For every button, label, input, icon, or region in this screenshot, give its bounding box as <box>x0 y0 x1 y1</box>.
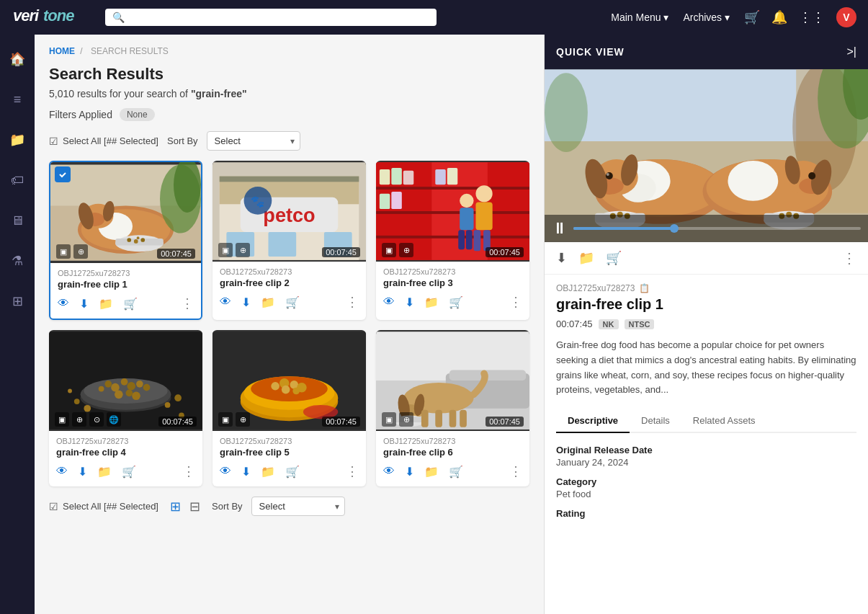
eye-icon[interactable]: 👁 <box>56 465 68 478</box>
bottom-sort-select[interactable]: Select Relevance Date Title <box>251 497 345 516</box>
more-icon[interactable]: ⋮ <box>509 463 522 479</box>
main-menu-button[interactable]: Main Menu ▾ <box>611 12 668 23</box>
sidebar-item-filter[interactable]: ≡ <box>4 86 30 112</box>
qv-clip-title: grain-free clip 1 <box>556 296 856 313</box>
more-icon[interactable]: ⋮ <box>509 294 522 310</box>
folder-icon[interactable]: 📁 <box>261 465 275 479</box>
user-avatar[interactable]: V <box>836 7 856 27</box>
bell-icon[interactable]: 🔔 <box>771 9 787 25</box>
qv-tabs: Descriptive Details Related Assets <box>556 409 856 433</box>
eye-icon[interactable]: 👁 <box>383 465 395 478</box>
download-icon[interactable]: ⬇ <box>241 465 251 479</box>
qv-cart-icon[interactable]: 🛒 <box>606 250 622 266</box>
download-icon[interactable]: ⬇ <box>78 465 87 479</box>
tab-descriptive[interactable]: Descriptive <box>556 409 630 433</box>
cart-add-icon[interactable]: 🛒 <box>449 465 463 479</box>
sidebar-item-grid[interactable]: ⊞ <box>4 288 30 314</box>
eye-icon[interactable]: 👁 <box>383 295 395 308</box>
video-icon: ▣ <box>56 244 71 259</box>
sidebar-item-home[interactable]: 🏠 <box>4 46 30 72</box>
table-row[interactable]: ▣ ⊕ 00:07:45 OBJ12725xu728273 grain-free… <box>376 330 529 486</box>
folder-icon[interactable]: 📁 <box>424 465 439 479</box>
view-toggle: ⊞ ⊟ <box>167 497 203 516</box>
select-all-button[interactable]: ☑ Select All [## Selected] <box>49 135 158 147</box>
breadcrumb-separator: / <box>80 46 82 56</box>
cart-add-icon[interactable]: 🛒 <box>123 297 138 311</box>
card-title-4: grain-free clip 4 <box>56 447 195 458</box>
logo[interactable]: veri tone <box>12 5 91 30</box>
folder-icon[interactable]: 📁 <box>99 297 113 311</box>
layers-icon: ⊕ <box>236 412 250 427</box>
svg-point-112 <box>607 173 609 176</box>
list-view-button[interactable]: ⊟ <box>187 497 203 516</box>
grid-view-button[interactable]: ⊞ <box>167 497 184 516</box>
tab-details[interactable]: Details <box>630 409 681 433</box>
svg-point-66 <box>74 399 80 404</box>
svg-rect-12 <box>115 239 164 246</box>
card-title-1: grain-free clip 1 <box>58 279 194 290</box>
sidebar-item-monitor[interactable]: 🖥 <box>4 208 30 233</box>
eye-icon[interactable]: 👁 <box>220 295 231 308</box>
sort-wrapper: Select Relevance Date Title Duration <box>207 131 300 151</box>
folder-icon[interactable]: 📁 <box>424 295 439 309</box>
qv-meta: 00:07:45 NK NTSC <box>556 319 856 329</box>
table-row[interactable]: ▣ ⊕ 00:07:45 OBJ12725xu728273 grain-free… <box>49 161 202 320</box>
folder-icon[interactable]: 📁 <box>97 465 112 479</box>
more-icon[interactable]: ⋮ <box>346 463 359 479</box>
video-icon: ▣ <box>218 243 233 257</box>
card-overlay-icons: ▣ ⊕ ⊙ 🌐 <box>55 412 121 427</box>
svg-point-67 <box>84 405 91 412</box>
globe-icon: 🌐 <box>107 412 121 427</box>
table-row[interactable]: ▣ ⊕ 00:07:45 OBJ12725xu728273 grain-free… <box>376 161 529 320</box>
card-id-6: OBJ12725xu728273 <box>383 437 522 445</box>
card-thumbnail-6: ▣ ⊕ 00:07:45 <box>376 330 529 431</box>
table-row[interactable]: ▣ ⊕ 00:07:45 OBJ12725xu728273 grain-free… <box>212 330 366 486</box>
tab-related-assets[interactable]: Related Assets <box>681 409 767 433</box>
eye-icon[interactable]: 👁 <box>58 297 69 310</box>
qv-body: OBJ12725xu728273 📋 grain-free clip 1 00:… <box>545 275 868 536</box>
sidebar-item-tag[interactable]: 🏷 <box>4 167 30 193</box>
qv-folder-icon[interactable]: 📁 <box>578 250 594 266</box>
cart-add-icon[interactable]: 🛒 <box>449 295 463 309</box>
sidebar-item-folder[interactable]: 📁 <box>4 127 30 153</box>
cart-add-icon[interactable]: 🛒 <box>122 465 136 479</box>
eye-icon[interactable]: 👁 <box>220 465 231 478</box>
copy-icon[interactable]: 📋 <box>639 283 650 293</box>
more-icon[interactable]: ⋮ <box>182 463 195 479</box>
progress-track[interactable] <box>573 227 861 230</box>
download-icon[interactable]: ⬇ <box>79 297 89 311</box>
more-icon[interactable]: ⋮ <box>181 295 194 311</box>
bottom-select-all-button[interactable]: ☑ Select All [## Selected] <box>49 501 158 512</box>
download-icon[interactable]: ⬇ <box>405 295 414 309</box>
qv-more-icon[interactable]: ⋮ <box>842 249 856 267</box>
apps-icon[interactable]: ⋮⋮ <box>799 9 825 25</box>
top-toolbar-row: ☑ Select All [## Selected] Sort By Selec… <box>49 131 529 151</box>
cart-add-icon[interactable]: 🛒 <box>285 465 300 479</box>
table-row[interactable]: ▣ ⊕ ⊙ 🌐 00:07:45 OBJ12725xu728273 grain-… <box>49 330 202 486</box>
table-row[interactable]: petco 🐾 ▣ ⊕ 00:0 <box>212 161 366 320</box>
archives-menu-button[interactable]: Archives ▾ <box>683 12 730 23</box>
bottom-sort-by-label: Sort By <box>212 501 243 512</box>
bottom-sort-wrapper: Select Relevance Date Title <box>251 497 345 516</box>
breadcrumb-home[interactable]: HOME <box>49 46 75 56</box>
qv-download-icon[interactable]: ⬇ <box>556 250 567 266</box>
svg-rect-38 <box>391 168 402 184</box>
filter-none-badge[interactable]: None <box>120 108 155 121</box>
sidebar-item-flask[interactable]: ⚗ <box>4 248 30 274</box>
card-duration-3: 00:07:45 <box>486 247 524 257</box>
progress-fill <box>573 227 674 230</box>
sort-select[interactable]: Select Relevance Date Title Duration <box>207 131 300 151</box>
card-id-4: OBJ12725xu728273 <box>56 437 195 445</box>
svg-rect-41 <box>447 168 458 184</box>
more-icon[interactable]: ⋮ <box>346 294 359 310</box>
download-icon[interactable]: ⬇ <box>405 465 414 479</box>
progress-knob[interactable] <box>670 224 679 233</box>
cart-add-icon[interactable]: 🛒 <box>285 295 300 309</box>
pause-button[interactable]: ⏸ <box>552 219 568 238</box>
search-input[interactable]: soccer <box>130 12 429 23</box>
qv-expand-button[interactable]: >| <box>847 45 857 58</box>
download-icon[interactable]: ⬇ <box>241 295 251 309</box>
cart-icon[interactable]: 🛒 <box>744 9 760 25</box>
svg-rect-50 <box>458 230 465 249</box>
folder-icon[interactable]: 📁 <box>261 295 275 309</box>
